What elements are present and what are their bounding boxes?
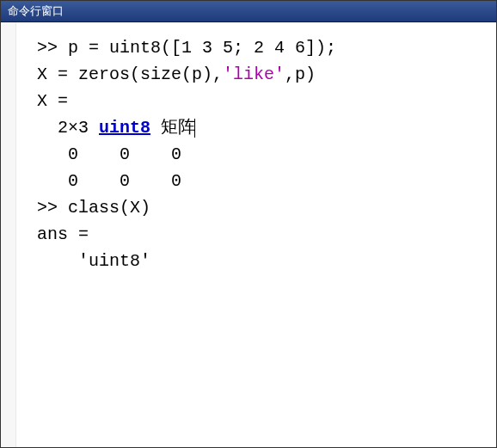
input-line-3: >> class(X) [37,194,489,221]
command-content[interactable]: >> p = uint8([1 3 5; 2 4 6]);X = zeros(s… [16,22,496,447]
output-var: X = [37,88,489,114]
window-titlebar: 命令行窗口 [1,1,496,22]
size-text: 2×3 [37,118,99,138]
code-text: class(X) [68,198,150,218]
output-value: 'uint8' [37,248,489,274]
output-size-line: 2×3 uint8 矩阵 [37,114,489,141]
code-text: X = zeros(size(p), [37,64,223,84]
matrix-row: 0 0 0 [37,141,489,168]
content-wrap: >> p = uint8([1 3 5; 2 4 6]);X = zeros(s… [1,22,496,447]
string-literal: 'like' [223,64,285,84]
code-text: p = uint8([1 3 5; 2 4 6]); [68,38,336,58]
prompt: >> [37,198,68,218]
window-title: 命令行窗口 [8,4,64,17]
code-text: ,p) [285,64,316,84]
input-line-2: X = zeros(size(p),'like',p) [37,61,489,88]
type-link[interactable]: uint8 [99,118,150,138]
output-var: ans = [37,221,489,248]
input-line-1: >> p = uint8([1 3 5; 2 4 6]); [37,34,489,61]
matrix-label: 矩阵 [150,118,195,138]
text-cursor [194,119,195,138]
matrix-row: 0 0 0 [37,168,489,194]
prompt: >> [37,38,68,58]
gutter [1,22,16,447]
command-window: 命令行窗口 >> p = uint8([1 3 5; 2 4 6]);X = z… [0,0,497,448]
